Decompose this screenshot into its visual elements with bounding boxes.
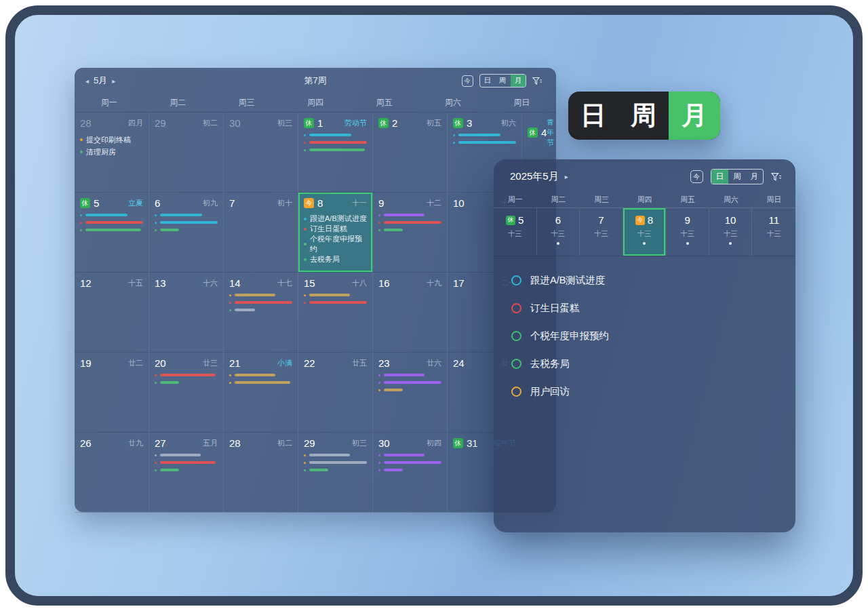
event-bar-item[interactable] [378, 381, 441, 384]
task-checkbox[interactable] [511, 303, 521, 313]
event-item[interactable]: 订生日蛋糕 [304, 224, 367, 234]
filter-icon[interactable] [771, 172, 782, 182]
event-item[interactable]: 跟进A/B测试进度 [304, 214, 367, 224]
task-checkbox[interactable] [511, 359, 521, 369]
day-cell-1[interactable]: 休1劳动节 [298, 113, 373, 193]
view-option-周[interactable]: 周 [495, 75, 511, 87]
day-cell-2[interactable]: 休2初五 [373, 113, 448, 193]
filter-icon[interactable] [532, 77, 542, 85]
view-option-日[interactable]: 日 [711, 170, 729, 184]
event-bar-item[interactable] [229, 374, 292, 376]
task-checkbox[interactable] [511, 275, 521, 285]
view-option-周[interactable]: 周 [618, 92, 669, 140]
view-option-月[interactable]: 月 [511, 75, 526, 87]
day-cell-13[interactable]: 13十六 [149, 273, 224, 353]
today-button[interactable]: 今 [690, 170, 703, 183]
today-button[interactable]: 今 [462, 75, 473, 87]
strip-day-cell-10[interactable]: 10十三 [709, 208, 753, 256]
day-cell-12[interactable]: 12十五 [75, 273, 149, 353]
day-cell-19[interactable]: 19廿二 [75, 353, 149, 433]
view-option-日[interactable]: 日 [568, 92, 618, 140]
event-bar-item[interactable] [453, 141, 516, 144]
day-cell-30[interactable]: 30初四 [373, 433, 448, 513]
event-bar-item[interactable] [304, 469, 367, 471]
day-cell-30[interactable]: 30初三 [224, 113, 298, 193]
event-bar-item[interactable] [155, 374, 218, 376]
event-bar-item[interactable] [80, 214, 143, 216]
day-cell-29[interactable]: 29初三 [298, 433, 373, 513]
event-bar-item[interactable] [378, 461, 441, 464]
day-cell-16[interactable]: 16十九 [373, 273, 448, 353]
event-bar-item[interactable] [229, 301, 292, 304]
event-bar-item[interactable] [453, 134, 516, 136]
event-bar-item[interactable] [80, 229, 143, 231]
task-item[interactable]: 用户回访 [511, 378, 778, 406]
task-checkbox[interactable] [511, 387, 521, 397]
event-bar-item[interactable] [155, 469, 218, 471]
view-option-月[interactable]: 月 [669, 92, 720, 140]
view-option-日[interactable]: 日 [480, 75, 496, 87]
day-cell-9[interactable]: 9十二 [373, 193, 448, 273]
view-option-周[interactable]: 周 [728, 170, 746, 184]
strip-day-cell-6[interactable]: 6十三 [537, 208, 580, 256]
event-bar-item[interactable] [304, 294, 367, 296]
strip-day-cell-5[interactable]: 休5十三 [494, 208, 537, 256]
day-cell-14[interactable]: 14十七 [224, 273, 298, 353]
day-cell-27[interactable]: 27五月 [149, 433, 224, 513]
day-cell-6[interactable]: 6初九 [149, 193, 224, 273]
day-cell-21[interactable]: 21小满 [224, 353, 298, 433]
event-bar-item[interactable] [378, 221, 441, 224]
strip-day-cell-7[interactable]: 7十三 [580, 208, 623, 256]
event-bar-item[interactable] [378, 214, 441, 216]
event-bar-item[interactable] [155, 461, 218, 464]
event-bar-item[interactable] [378, 469, 441, 471]
task-item[interactable]: 跟进A/B测试进度 [511, 267, 778, 294]
task-checkbox[interactable] [511, 331, 521, 341]
event-item[interactable]: 清理厨房 [80, 146, 143, 158]
event-bar-item[interactable] [155, 229, 218, 231]
event-bar-item[interactable] [155, 381, 218, 384]
event-bar-item[interactable] [304, 301, 367, 304]
event-bar-item[interactable] [155, 454, 218, 456]
event-bar-item[interactable] [155, 221, 218, 224]
event-item[interactable]: 个税年度申报预约 [304, 234, 367, 254]
day-cell-7[interactable]: 7初十 [224, 193, 298, 273]
day-cell-23[interactable]: 23廿六 [373, 353, 448, 433]
event-bar-item[interactable] [155, 214, 218, 216]
day-cell-15[interactable]: 15十八 [298, 273, 373, 353]
event-bar-item[interactable] [304, 141, 367, 144]
event-bar-item[interactable] [304, 454, 367, 456]
event-bar-item[interactable] [378, 229, 441, 231]
day-cell-29[interactable]: 29初二 [149, 113, 224, 193]
day-cell-22[interactable]: 22廿五 [298, 353, 373, 433]
strip-day-cell-11[interactable]: 11十三 [752, 208, 795, 256]
event-item[interactable]: 去税务局 [304, 254, 367, 264]
event-bar-item[interactable] [304, 134, 367, 136]
view-option-月[interactable]: 月 [746, 170, 764, 184]
event-bar-item[interactable] [304, 461, 367, 464]
prev-month-arrow-icon[interactable]: ◂ [85, 77, 89, 85]
day-cell-28[interactable]: 28四月提交印刷终稿清理厨房 [75, 113, 149, 193]
strip-day-cell-9[interactable]: 9十三 [666, 208, 709, 256]
day-cell-8[interactable]: 今8十一跟进A/B测试进度订生日蛋糕个税年度申报预约去税务局 [298, 193, 373, 273]
event-bar-item[interactable] [229, 381, 292, 384]
event-bar-item[interactable] [378, 374, 441, 376]
event-bar [384, 374, 425, 376]
event-item[interactable]: 提交印刷终稿 [80, 134, 143, 146]
next-month-arrow-icon[interactable]: ▸ [112, 77, 115, 85]
event-bar-item[interactable] [229, 309, 292, 311]
event-bar-item[interactable] [304, 149, 367, 151]
task-item[interactable]: 个税年度申报预约 [511, 322, 778, 350]
day-cell-20[interactable]: 20廿三 [149, 353, 224, 433]
event-bar-item[interactable] [80, 221, 143, 224]
day-cell-28[interactable]: 28初二 [224, 433, 298, 513]
strip-day-cell-8[interactable]: 今8十三 [623, 208, 667, 256]
event-bar-item[interactable] [378, 389, 441, 391]
next-month-arrow-icon[interactable]: ▸ [565, 173, 568, 180]
day-cell-5[interactable]: 休5立夏 [75, 193, 149, 273]
event-bar-item[interactable] [378, 454, 441, 456]
task-item[interactable]: 订生日蛋糕 [511, 294, 778, 322]
day-cell-26[interactable]: 26廿九 [75, 433, 149, 513]
event-bar-item[interactable] [229, 294, 292, 296]
task-item[interactable]: 去税务局 [511, 350, 778, 378]
